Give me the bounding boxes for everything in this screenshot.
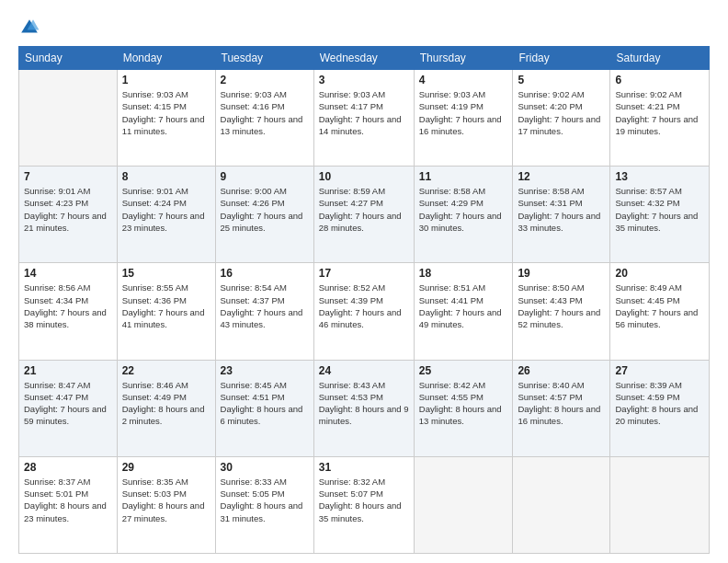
day-number: 7 bbox=[24, 170, 112, 183]
calendar-cell: 24Sunrise: 8:43 AMSunset: 4:53 PMDayligh… bbox=[313, 360, 414, 456]
day-info: Sunrise: 8:50 AMSunset: 4:43 PMDaylight:… bbox=[518, 282, 605, 330]
calendar-header-row: SundayMondayTuesdayWednesdayThursdayFrid… bbox=[19, 47, 710, 70]
day-number: 2 bbox=[221, 74, 309, 86]
day-header-monday: Monday bbox=[117, 47, 215, 70]
day-info: Sunrise: 9:00 AMSunset: 4:26 PMDaylight:… bbox=[221, 185, 309, 234]
calendar-cell: 26Sunrise: 8:40 AMSunset: 4:57 PMDayligh… bbox=[513, 360, 610, 456]
day-info: Sunrise: 8:49 AMSunset: 4:45 PMDaylight:… bbox=[615, 282, 704, 330]
day-number: 3 bbox=[319, 74, 409, 86]
day-info: Sunrise: 9:01 AMSunset: 4:24 PMDaylight:… bbox=[122, 185, 210, 234]
calendar-cell: 12Sunrise: 8:58 AMSunset: 4:31 PMDayligh… bbox=[513, 167, 610, 263]
day-info: Sunrise: 8:37 AMSunset: 5:01 PMDaylight:… bbox=[24, 476, 112, 524]
day-info: Sunrise: 9:03 AMSunset: 4:16 PMDaylight:… bbox=[221, 88, 309, 137]
calendar-cell: 11Sunrise: 8:58 AMSunset: 4:29 PMDayligh… bbox=[414, 167, 513, 263]
day-header-wednesday: Wednesday bbox=[313, 47, 414, 70]
calendar-cell: 5Sunrise: 9:02 AMSunset: 4:20 PMDaylight… bbox=[513, 70, 610, 167]
calendar-cell: 7Sunrise: 9:01 AMSunset: 4:23 PMDaylight… bbox=[19, 167, 118, 263]
calendar-cell: 14Sunrise: 8:56 AMSunset: 4:34 PMDayligh… bbox=[19, 263, 118, 360]
calendar-cell: 16Sunrise: 8:54 AMSunset: 4:37 PMDayligh… bbox=[215, 263, 313, 360]
calendar-cell bbox=[19, 70, 118, 167]
calendar-cell: 4Sunrise: 9:03 AMSunset: 4:19 PMDaylight… bbox=[414, 70, 513, 167]
logo bbox=[18, 17, 44, 39]
calendar-week-row: 14Sunrise: 8:56 AMSunset: 4:34 PMDayligh… bbox=[19, 263, 710, 360]
calendar-cell: 1Sunrise: 9:03 AMSunset: 4:15 PMDaylight… bbox=[117, 70, 215, 167]
day-number: 24 bbox=[319, 364, 409, 377]
calendar-week-row: 7Sunrise: 9:01 AMSunset: 4:23 PMDaylight… bbox=[19, 167, 710, 263]
day-number: 4 bbox=[419, 74, 508, 86]
day-info: Sunrise: 9:01 AMSunset: 4:23 PMDaylight:… bbox=[24, 185, 112, 234]
day-info: Sunrise: 8:40 AMSunset: 4:57 PMDaylight:… bbox=[518, 379, 605, 428]
day-header-thursday: Thursday bbox=[414, 47, 513, 70]
calendar-cell: 19Sunrise: 8:50 AMSunset: 4:43 PMDayligh… bbox=[513, 263, 610, 360]
day-number: 27 bbox=[615, 364, 704, 377]
day-header-sunday: Sunday bbox=[19, 47, 118, 70]
calendar-cell bbox=[414, 456, 513, 553]
calendar-cell: 3Sunrise: 9:03 AMSunset: 4:17 PMDaylight… bbox=[313, 70, 414, 167]
day-info: Sunrise: 8:55 AMSunset: 4:36 PMDaylight:… bbox=[122, 282, 210, 330]
calendar-cell: 13Sunrise: 8:57 AMSunset: 4:32 PMDayligh… bbox=[610, 167, 710, 263]
day-number: 9 bbox=[221, 170, 309, 183]
calendar-cell: 8Sunrise: 9:01 AMSunset: 4:24 PMDaylight… bbox=[117, 167, 215, 263]
day-number: 17 bbox=[319, 267, 409, 280]
day-number: 13 bbox=[615, 170, 704, 183]
calendar-cell bbox=[513, 456, 610, 553]
day-info: Sunrise: 9:03 AMSunset: 4:15 PMDaylight:… bbox=[122, 88, 210, 137]
day-number: 21 bbox=[24, 364, 112, 377]
calendar-cell: 29Sunrise: 8:35 AMSunset: 5:03 PMDayligh… bbox=[117, 456, 215, 553]
day-number: 18 bbox=[419, 267, 508, 280]
day-number: 10 bbox=[319, 170, 409, 183]
day-number: 11 bbox=[419, 170, 508, 183]
day-number: 29 bbox=[122, 461, 210, 474]
calendar-cell: 18Sunrise: 8:51 AMSunset: 4:41 PMDayligh… bbox=[414, 263, 513, 360]
calendar-cell: 27Sunrise: 8:39 AMSunset: 4:59 PMDayligh… bbox=[610, 360, 710, 456]
calendar-cell: 6Sunrise: 9:02 AMSunset: 4:21 PMDaylight… bbox=[610, 70, 710, 167]
day-info: Sunrise: 8:59 AMSunset: 4:27 PMDaylight:… bbox=[319, 185, 409, 234]
calendar-cell: 17Sunrise: 8:52 AMSunset: 4:39 PMDayligh… bbox=[313, 263, 414, 360]
day-number: 25 bbox=[419, 364, 508, 377]
day-header-friday: Friday bbox=[513, 47, 610, 70]
day-info: Sunrise: 9:03 AMSunset: 4:19 PMDaylight:… bbox=[419, 88, 508, 137]
day-number: 22 bbox=[122, 364, 210, 377]
logo-icon bbox=[18, 17, 40, 39]
calendar-table: SundayMondayTuesdayWednesdayThursdayFrid… bbox=[18, 46, 710, 554]
calendar-cell: 15Sunrise: 8:55 AMSunset: 4:36 PMDayligh… bbox=[117, 263, 215, 360]
day-info: Sunrise: 9:02 AMSunset: 4:20 PMDaylight:… bbox=[518, 88, 605, 137]
day-number: 28 bbox=[24, 461, 112, 474]
calendar-cell: 25Sunrise: 8:42 AMSunset: 4:55 PMDayligh… bbox=[414, 360, 513, 456]
day-number: 14 bbox=[24, 267, 112, 280]
day-info: Sunrise: 8:35 AMSunset: 5:03 PMDaylight:… bbox=[122, 476, 210, 524]
day-number: 8 bbox=[122, 170, 210, 183]
day-number: 26 bbox=[518, 364, 605, 377]
day-info: Sunrise: 8:54 AMSunset: 4:37 PMDaylight:… bbox=[221, 282, 309, 330]
day-info: Sunrise: 8:45 AMSunset: 4:51 PMDaylight:… bbox=[221, 379, 309, 428]
calendar-cell: 2Sunrise: 9:03 AMSunset: 4:16 PMDaylight… bbox=[215, 70, 313, 167]
calendar-cell bbox=[610, 456, 710, 553]
day-number: 16 bbox=[221, 267, 309, 280]
calendar-cell: 30Sunrise: 8:33 AMSunset: 5:05 PMDayligh… bbox=[215, 456, 313, 553]
day-info: Sunrise: 9:03 AMSunset: 4:17 PMDaylight:… bbox=[319, 88, 409, 137]
day-info: Sunrise: 8:33 AMSunset: 5:05 PMDaylight:… bbox=[221, 476, 309, 524]
day-header-saturday: Saturday bbox=[610, 47, 710, 70]
day-info: Sunrise: 8:58 AMSunset: 4:29 PMDaylight:… bbox=[419, 185, 508, 234]
day-info: Sunrise: 8:58 AMSunset: 4:31 PMDaylight:… bbox=[518, 185, 605, 234]
header bbox=[18, 17, 710, 39]
day-number: 20 bbox=[615, 267, 704, 280]
calendar-week-row: 1Sunrise: 9:03 AMSunset: 4:15 PMDaylight… bbox=[19, 70, 710, 167]
calendar-cell: 9Sunrise: 9:00 AMSunset: 4:26 PMDaylight… bbox=[215, 167, 313, 263]
page: SundayMondayTuesdayWednesdayThursdayFrid… bbox=[0, 0, 728, 563]
day-number: 31 bbox=[319, 461, 409, 474]
day-header-tuesday: Tuesday bbox=[215, 47, 313, 70]
day-number: 23 bbox=[221, 364, 309, 377]
calendar-cell: 20Sunrise: 8:49 AMSunset: 4:45 PMDayligh… bbox=[610, 263, 710, 360]
day-info: Sunrise: 8:52 AMSunset: 4:39 PMDaylight:… bbox=[319, 282, 409, 330]
day-number: 19 bbox=[518, 267, 605, 280]
day-number: 12 bbox=[518, 170, 605, 183]
calendar-cell: 23Sunrise: 8:45 AMSunset: 4:51 PMDayligh… bbox=[215, 360, 313, 456]
day-info: Sunrise: 8:32 AMSunset: 5:07 PMDaylight:… bbox=[319, 476, 409, 524]
day-number: 1 bbox=[122, 74, 210, 86]
day-info: Sunrise: 8:57 AMSunset: 4:32 PMDaylight:… bbox=[615, 185, 704, 234]
calendar-cell: 31Sunrise: 8:32 AMSunset: 5:07 PMDayligh… bbox=[313, 456, 414, 553]
calendar-week-row: 21Sunrise: 8:47 AMSunset: 4:47 PMDayligh… bbox=[19, 360, 710, 456]
calendar-cell: 10Sunrise: 8:59 AMSunset: 4:27 PMDayligh… bbox=[313, 167, 414, 263]
calendar-week-row: 28Sunrise: 8:37 AMSunset: 5:01 PMDayligh… bbox=[19, 456, 710, 553]
